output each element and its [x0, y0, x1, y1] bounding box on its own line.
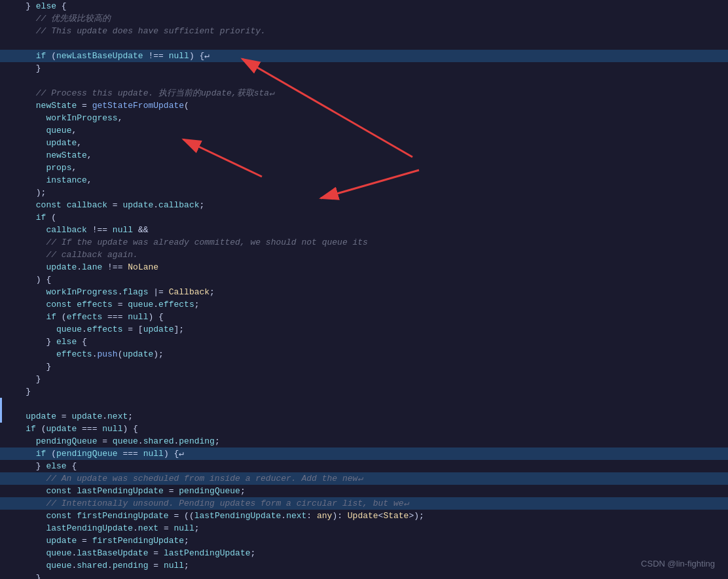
line-8: // Process this update. 执行当前的update,获取st…	[0, 87, 728, 99]
line-41: // Intentionally unsound. Pending update…	[0, 497, 728, 510]
line-15: instance,	[0, 174, 728, 186]
line-31: }	[0, 373, 728, 385]
line-47: }	[0, 572, 728, 579]
line-6: }	[0, 62, 728, 75]
line-4	[0, 37, 728, 50]
line-25: const effects = queue.effects;	[0, 298, 728, 311]
line-20: // If the update was already committed, …	[0, 236, 728, 249]
line-27: queue.effects = [update];	[0, 323, 728, 336]
line-36: pendingQueue = queue.shared.pending;	[0, 435, 728, 447]
line-26: if (effects === null) {	[0, 311, 728, 323]
line-24: workInProgress.flags |= Callback;	[0, 286, 728, 298]
line-19: callback !== null &&	[0, 224, 728, 236]
line-12: update,	[0, 137, 728, 149]
watermark: CSDN @lin-fighting	[641, 559, 715, 569]
line-38: } else {	[0, 460, 728, 472]
line-30: }	[0, 360, 728, 373]
line-18: if (	[0, 211, 728, 224]
code-block: } else { // 优先级比较高的 // This update does …	[0, 0, 728, 579]
line-17: const callback = update.callback;	[0, 199, 728, 211]
line-9: newState = getStateFromUpdate(	[0, 99, 728, 112]
line-10: workInProgress,	[0, 112, 728, 124]
line-40: const lastPendingUpdate = pendingQueue;	[0, 485, 728, 497]
line-21: // callback again.	[0, 249, 728, 261]
line-29: effects.push(update);	[0, 348, 728, 360]
line-22: update.lane !== NoLane	[0, 261, 728, 273]
line-46: queue.shared.pending = null;	[0, 559, 728, 572]
line-1: } else {	[0, 0, 728, 12]
line-3: // This update does have sufficient prio…	[0, 25, 728, 37]
line-39: // An update was scheduled from inside a…	[0, 472, 728, 485]
line-23: ) {	[0, 273, 728, 286]
line-37: if (pendingQueue === null) {↵	[0, 447, 728, 460]
line-42: const firstPendingUpdate = ((lastPending…	[0, 510, 728, 522]
line-34: update = update.next;	[0, 410, 728, 423]
line-44: update = firstPendingUpdate;	[0, 535, 728, 547]
line-13: newState,	[0, 149, 728, 162]
line-28: } else {	[0, 336, 728, 348]
line-2: // 优先级比较高的	[0, 12, 728, 25]
line-5: if (newLastBaseUpdate !== null) {↵	[0, 50, 728, 62]
line-14: props,	[0, 162, 728, 174]
line-7	[0, 75, 728, 87]
line-32: }	[0, 385, 728, 398]
line-16: );	[0, 186, 728, 199]
line-11: queue,	[0, 124, 728, 137]
line-35: if (update === null) {	[0, 423, 728, 435]
code-container: } else { // 优先级比较高的 // This update does …	[0, 0, 728, 579]
line-33	[0, 398, 728, 410]
line-45: queue.lastBaseUpdate = lastPendingUpdate…	[0, 547, 728, 559]
line-43: lastPendingUpdate.next = null;	[0, 522, 728, 535]
